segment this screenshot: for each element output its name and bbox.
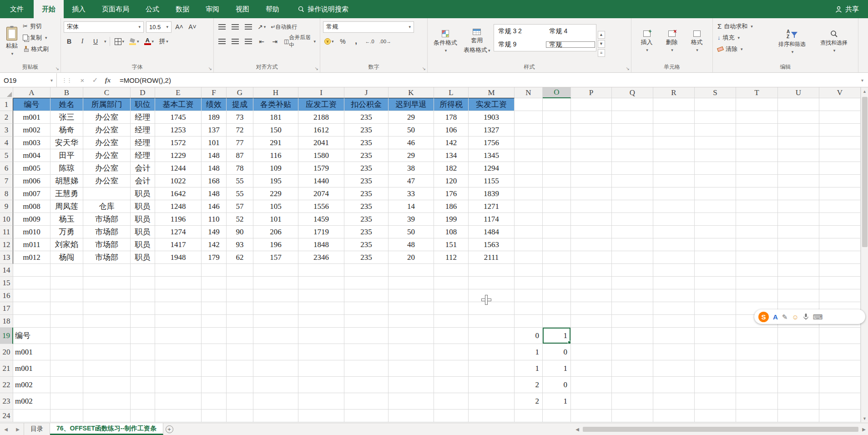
cell-S9[interactable] xyxy=(695,200,736,213)
cell-T12[interactable] xyxy=(736,238,778,251)
cell-G18[interactable] xyxy=(227,315,253,328)
cell-D24[interactable] xyxy=(131,410,155,422)
cell-Q5[interactable] xyxy=(612,149,653,162)
tab-insert[interactable]: 插入 xyxy=(64,0,94,18)
row-header-8[interactable]: 8 xyxy=(0,187,13,200)
cell-C7[interactable]: 办公室 xyxy=(83,175,131,187)
cell-K19[interactable] xyxy=(389,328,434,344)
tab-formulas[interactable]: 公式 xyxy=(137,0,167,18)
column-header-P[interactable]: P xyxy=(571,87,612,98)
cell-M9[interactable]: 1271 xyxy=(469,200,515,213)
column-header-S[interactable]: S xyxy=(695,87,736,98)
cell-D2[interactable]: 经理 xyxy=(131,111,155,124)
cell-K3[interactable]: 50 xyxy=(389,124,434,137)
cell-I23[interactable] xyxy=(298,393,344,410)
cell-M5[interactable]: 1345 xyxy=(469,149,515,162)
cell-Q10[interactable] xyxy=(612,213,653,226)
cell-T6[interactable] xyxy=(736,162,778,175)
cell-D6[interactable]: 会计 xyxy=(131,162,155,175)
cell-N10[interactable] xyxy=(515,213,543,226)
cell-Q1[interactable] xyxy=(612,98,653,111)
cell-J2[interactable]: 235 xyxy=(344,111,389,124)
increase-indent-button[interactable]: ⇥ xyxy=(269,36,280,47)
cell-B7[interactable]: 胡慧娣 xyxy=(50,175,83,187)
cell-D18[interactable] xyxy=(131,315,155,328)
cell-C4[interactable]: 办公室 xyxy=(83,137,131,149)
column-header-A[interactable]: A xyxy=(13,87,50,98)
row-header-3[interactable]: 3 xyxy=(0,124,13,137)
cell-S14[interactable] xyxy=(695,264,736,277)
cell-K10[interactable]: 39 xyxy=(389,213,434,226)
orientation-button[interactable]: ↗▾ xyxy=(256,21,267,32)
cell-A11[interactable]: m010 xyxy=(13,226,50,238)
cell-I13[interactable]: 2346 xyxy=(298,251,344,264)
cell-D9[interactable]: 职员 xyxy=(131,200,155,213)
cell-T21[interactable] xyxy=(736,360,778,377)
row-header-9[interactable]: 9 xyxy=(0,200,13,213)
insert-function-button[interactable]: fx xyxy=(101,76,114,84)
cell-R15[interactable] xyxy=(653,277,695,289)
cell-Q14[interactable] xyxy=(612,264,653,277)
font-dialog-launcher[interactable]: ↘ xyxy=(208,66,212,71)
gallery-up-button[interactable]: ▲ xyxy=(598,31,605,39)
cell-E1[interactable]: 基本工资 xyxy=(155,98,202,111)
cell-style-item[interactable]: 常规 3 2 xyxy=(494,27,545,35)
cell-P10[interactable] xyxy=(571,213,612,226)
clipboard-dialog-launcher[interactable]: ↘ xyxy=(56,66,59,71)
cell-L16[interactable] xyxy=(434,289,469,302)
cell-S20[interactable] xyxy=(695,344,736,360)
cell-V8[interactable] xyxy=(819,187,861,200)
decrease-decimal-button[interactable]: .00→ xyxy=(378,36,393,47)
sheet-nav-right[interactable]: ▶ xyxy=(12,423,24,435)
cell-T3[interactable] xyxy=(736,124,778,137)
cell-D19[interactable] xyxy=(131,328,155,344)
cell-V13[interactable] xyxy=(819,251,861,264)
cell-N8[interactable] xyxy=(515,187,543,200)
column-header-T[interactable]: T xyxy=(736,87,778,98)
cell-K24[interactable] xyxy=(389,410,434,422)
cell-S13[interactable] xyxy=(695,251,736,264)
cell-I3[interactable]: 1612 xyxy=(298,124,344,137)
cell-G15[interactable] xyxy=(227,277,253,289)
tab-file[interactable]: 文件 xyxy=(0,0,34,18)
cell-N20[interactable]: 1 xyxy=(515,344,543,360)
sheet-nav-left[interactable]: ◀ xyxy=(0,423,12,435)
cell-J23[interactable] xyxy=(344,393,389,410)
cell-B13[interactable]: 杨闯 xyxy=(50,251,83,264)
cell-V9[interactable] xyxy=(819,200,861,213)
cell-L8[interactable]: 176 xyxy=(434,187,469,200)
cell-O6[interactable] xyxy=(543,162,571,175)
cell-C20[interactable] xyxy=(83,344,131,360)
cell-E3[interactable]: 1253 xyxy=(155,124,202,137)
cell-L2[interactable]: 178 xyxy=(434,111,469,124)
cell-style-item-selected[interactable]: 常规 xyxy=(545,40,596,49)
phonetic-guide-button[interactable]: 拼▾ xyxy=(157,36,170,47)
cell-B5[interactable]: 田平 xyxy=(50,149,83,162)
row-header-19[interactable]: 19 xyxy=(0,328,13,344)
column-header-L[interactable]: L xyxy=(434,87,469,98)
cell-K2[interactable]: 29 xyxy=(389,111,434,124)
cell-M6[interactable]: 1294 xyxy=(469,162,515,175)
cell-F6[interactable]: 148 xyxy=(202,162,227,175)
cell-P9[interactable] xyxy=(571,200,612,213)
cell-M20[interactable] xyxy=(469,344,515,360)
cell-P2[interactable] xyxy=(571,111,612,124)
cell-T22[interactable] xyxy=(736,377,778,393)
cell-J12[interactable]: 235 xyxy=(344,238,389,251)
cell-J24[interactable] xyxy=(344,410,389,422)
column-header-Q[interactable]: Q xyxy=(612,87,653,98)
alignment-dialog-launcher[interactable]: ↘ xyxy=(315,66,318,71)
cell-M10[interactable]: 1174 xyxy=(469,213,515,226)
cell-Q16[interactable] xyxy=(612,289,653,302)
column-header-F[interactable]: F xyxy=(202,87,227,98)
cell-E8[interactable]: 1642 xyxy=(155,187,202,200)
cell-F15[interactable] xyxy=(202,277,227,289)
cell-D21[interactable] xyxy=(131,360,155,377)
cell-D1[interactable]: 职位 xyxy=(131,98,155,111)
cell-P7[interactable] xyxy=(571,175,612,187)
cell-F17[interactable] xyxy=(202,302,227,315)
cell-F7[interactable]: 168 xyxy=(202,175,227,187)
cell-R10[interactable] xyxy=(653,213,695,226)
cell-H10[interactable]: 101 xyxy=(253,213,298,226)
tab-data[interactable]: 数据 xyxy=(167,0,197,18)
